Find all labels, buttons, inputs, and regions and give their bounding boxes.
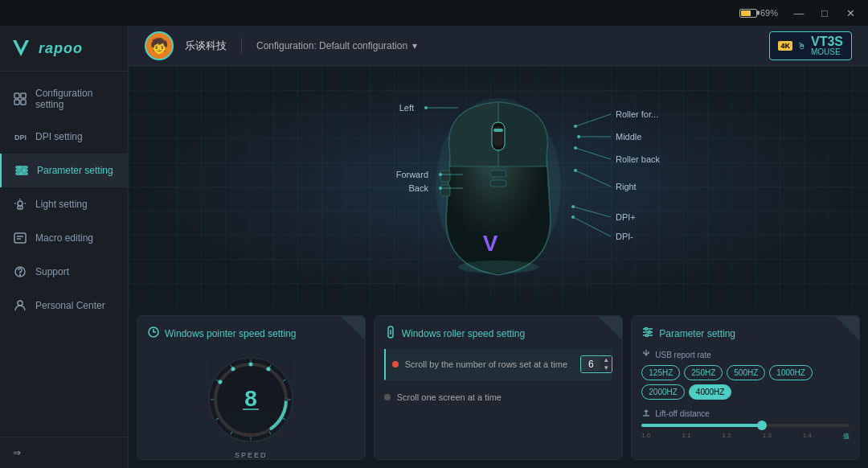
- svg-text:Forward: Forward: [396, 170, 428, 179]
- config-dropdown-label: Configuration: Default configuration: [256, 40, 407, 51]
- grid-icon: [13, 92, 27, 106]
- option-dot-active: [392, 361, 399, 367]
- svg-point-47: [577, 135, 580, 138]
- speedometer-container: 8 SPEED: [147, 349, 355, 460]
- svg-rect-6: [16, 166, 27, 168]
- device-type: MOUSE: [811, 48, 843, 56]
- roller-option-rows[interactable]: Scroll by the number of rows set at a ti…: [384, 349, 613, 380]
- svg-text:V: V: [483, 231, 498, 256]
- mouse-area: V Left Forward: [129, 66, 868, 307]
- light-label: Light setting: [35, 199, 88, 210]
- param-icon: [14, 163, 29, 178]
- param-label: Parameter setting: [37, 165, 113, 176]
- hz-2000[interactable]: 2000HZ: [641, 384, 685, 400]
- rows-value: 6: [581, 357, 600, 372]
- hz-1000[interactable]: 1000HZ: [769, 365, 813, 380]
- device-icon: 🖱: [797, 41, 806, 51]
- sidebar-nav: Configuration setting DPI DPI setting: [0, 72, 128, 437]
- spinner-up[interactable]: ▲: [600, 356, 612, 364]
- svg-text:DPI: DPI: [14, 133, 27, 142]
- config-dropdown[interactable]: Configuration: Default configuration ▾: [256, 40, 417, 51]
- roller-option-screen[interactable]: Scroll one screen at a time: [384, 385, 613, 409]
- title-bar-controls: — □ ✕: [788, 5, 862, 21]
- dpi-icon: DPI: [13, 129, 27, 144]
- hz-500[interactable]: 500HZ: [727, 365, 765, 380]
- number-spinners: ▲ ▼: [600, 356, 612, 372]
- minimize-button[interactable]: —: [788, 5, 810, 21]
- sidebar-item-support[interactable]: Support: [0, 255, 128, 289]
- svg-text:Roller for...: Roller for...: [616, 109, 658, 119]
- svg-line-52: [575, 170, 611, 187]
- svg-text:DPI-: DPI-: [616, 232, 633, 241]
- svg-line-55: [573, 207, 611, 217]
- roller-icon: [384, 326, 397, 341]
- battery-fill: [741, 10, 751, 16]
- rows-spinner[interactable]: 6 ▲ ▼: [580, 355, 612, 373]
- svg-rect-1: [14, 93, 19, 98]
- svg-marker-0: [13, 40, 29, 56]
- liftoff-slider[interactable]: 1.0 1.1 1.2 1.3 1.4 值: [641, 424, 850, 454]
- support-icon: [13, 265, 27, 279]
- light-icon: [13, 197, 27, 211]
- pointer-speed-panel: Windows pointer speed setting: [137, 315, 366, 460]
- svg-point-56: [571, 205, 575, 208]
- svg-point-59: [571, 216, 575, 219]
- usb-rate-label: USB report rate: [655, 351, 710, 359]
- roller-speed-panel: Windows roller speed setting Scroll by t…: [374, 315, 624, 460]
- svg-text:DPI+: DPI+: [616, 212, 636, 222]
- roller-panel-title: Windows roller speed setting: [384, 326, 613, 341]
- macro-icon: [13, 231, 27, 245]
- sidebar-item-config[interactable]: Configuration setting: [0, 78, 128, 120]
- macro-label: Macro editing: [35, 232, 93, 244]
- dpi-label: DPI setting: [35, 131, 83, 142]
- svg-point-82: [285, 398, 288, 401]
- roller-title-text: Windows roller speed setting: [402, 328, 525, 339]
- bottom-panels: Windows pointer speed setting: [129, 307, 868, 468]
- svg-text:Back: Back: [409, 183, 429, 193]
- svg-point-12: [18, 201, 23, 206]
- sidebar-logo: rapoo: [0, 26, 128, 72]
- close-button[interactable]: ✕: [839, 5, 862, 21]
- mouse-diagram-svg: V Left Forward: [129, 66, 868, 307]
- pointer-icon: [147, 326, 160, 341]
- support-label: Support: [35, 266, 69, 277]
- svg-text:Roller back: Roller back: [616, 154, 661, 164]
- svg-point-33: [458, 261, 538, 273]
- svg-point-10: [23, 170, 26, 172]
- parameter-setting-panel: Parameter setting USB report rate 125HZ: [631, 315, 860, 460]
- svg-point-92: [646, 335, 649, 337]
- hz-125[interactable]: 125HZ: [641, 365, 680, 380]
- sidebar-item-personal[interactable]: Personal Center: [0, 289, 128, 322]
- chevron-down-icon: ▾: [412, 40, 417, 51]
- main-container: rapoo Configuration setting: [0, 26, 868, 468]
- content-area: 🧒 乐谈科技 Configuration: Default configurat…: [129, 26, 868, 468]
- divider: [241, 38, 242, 54]
- sidebar-item-light[interactable]: Light setting: [0, 187, 128, 221]
- maximize-button[interactable]: □: [813, 5, 836, 21]
- hz-250[interactable]: 250HZ: [684, 365, 723, 380]
- pointer-panel-title: Windows pointer speed setting: [147, 326, 355, 341]
- collapse-icon: ⇒: [13, 447, 21, 458]
- svg-point-35: [424, 106, 428, 109]
- sidebar-collapse[interactable]: ⇒: [0, 437, 128, 468]
- svg-point-9: [18, 166, 21, 169]
- sidebar-item-dpi[interactable]: DPI DPI setting: [0, 120, 128, 154]
- svg-rect-3: [14, 100, 19, 105]
- option-dot-inactive: [384, 394, 391, 400]
- hz-buttons: 125HZ 250HZ 500HZ 1000HZ 2000HZ 4000HZ: [641, 365, 850, 400]
- svg-line-43: [575, 114, 611, 126]
- logo-v-icon: [10, 37, 32, 60]
- hz-4000[interactable]: 4000HZ: [689, 384, 732, 400]
- param-title-text: Parameter setting: [659, 328, 735, 339]
- speedometer-svg: 8: [203, 351, 299, 448]
- svg-line-58: [573, 217, 611, 236]
- title-bar: 69% — □ ✕: [0, 0, 868, 26]
- sidebar-item-macro[interactable]: Macro editing: [0, 221, 128, 255]
- svg-rect-18: [14, 233, 26, 243]
- liftoff-thumb[interactable]: [757, 421, 767, 430]
- liftoff-ticks: 1.0 1.1 1.2 1.3 1.4 值: [641, 432, 850, 441]
- spinner-down[interactable]: ▼: [600, 364, 612, 372]
- roller-option2-text: Scroll one screen at a time: [397, 392, 613, 403]
- sidebar-item-param[interactable]: Parameter setting: [0, 154, 128, 187]
- svg-rect-7: [16, 170, 27, 171]
